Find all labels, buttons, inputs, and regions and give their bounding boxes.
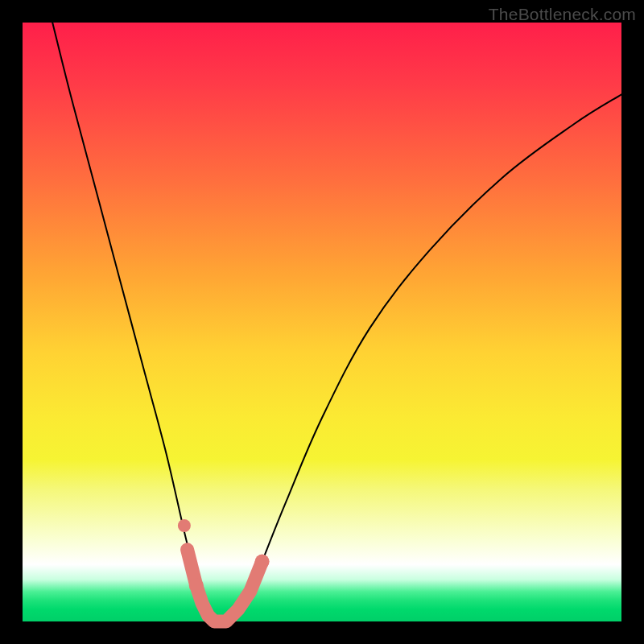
trough-marker-group: [178, 519, 270, 621]
trough-marker-dot: [189, 578, 204, 592]
trough-marker-dot: [178, 519, 191, 532]
chart-frame: TheBottleneck.com: [0, 0, 644, 644]
watermark-text: TheBottleneck.com: [489, 5, 636, 24]
curve-layer: [23, 23, 621, 621]
plot-area: [23, 23, 621, 621]
trough-marker-dot: [255, 555, 270, 569]
bottleneck-curve-path: [52, 23, 621, 622]
